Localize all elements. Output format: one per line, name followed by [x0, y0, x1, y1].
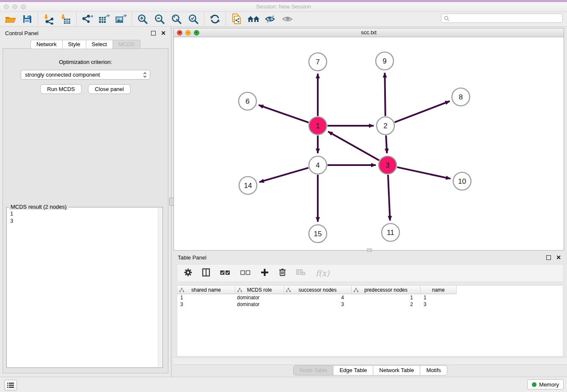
graph-node-label-7: 7: [316, 58, 319, 66]
zoom-out-icon: [154, 14, 165, 25]
table-tabbar: Node Table Edge Table Network Table Moti…: [173, 365, 567, 376]
export-image-button[interactable]: [113, 12, 129, 26]
refresh-view-button[interactable]: [206, 12, 223, 26]
tab-network[interactable]: Network: [30, 40, 63, 49]
add-row-button[interactable]: [261, 268, 269, 278]
table-row[interactable]: 3 dominator 3 2 3: [177, 301, 563, 308]
column-label: shared name: [191, 287, 221, 293]
tab-select[interactable]: Select: [86, 40, 113, 49]
sort-icon: [179, 288, 184, 292]
cell-mcds-role[interactable]: dominator: [235, 294, 284, 301]
open-session-button[interactable]: [2, 12, 19, 26]
function-builder-button[interactable]: f(x): [316, 268, 330, 278]
column-header-successor-nodes[interactable]: successor nodes: [284, 286, 352, 294]
hide-selected-button[interactable]: [262, 12, 279, 26]
mcds-button-row: Run MCDS Close panel: [3, 84, 168, 94]
cell-successor-nodes[interactable]: 4: [284, 294, 352, 301]
task-list-icon: [7, 382, 14, 388]
graph-edge-3-11[interactable]: [388, 175, 390, 221]
graph-edge-2-8[interactable]: [394, 101, 449, 122]
status-bar: Memory: [0, 377, 567, 392]
cell-name[interactable]: 3: [421, 301, 457, 308]
network-minimize-button[interactable]: −: [185, 30, 191, 36]
column-label: predecessor nodes: [364, 287, 407, 293]
graph-node-label-10: 10: [458, 177, 466, 185]
export-table-icon: [98, 14, 110, 25]
show-columns-button[interactable]: [202, 268, 210, 278]
columns-icon: [202, 268, 210, 276]
clone-network-button[interactable]: [228, 12, 245, 26]
canvas-resize-handle[interactable]: [367, 248, 372, 252]
tab-edge-table[interactable]: Edge Table: [333, 365, 373, 375]
close-panel-icon[interactable]: ✕: [161, 30, 166, 36]
network-canvas[interactable]: 7968124314101511: [173, 37, 564, 251]
zoom-in-icon: [137, 14, 148, 25]
column-header-shared-name[interactable]: shared name: [177, 286, 235, 294]
graph-edge-3-1[interactable]: [328, 132, 379, 160]
control-panel: Control Panel ✕ Network Style Select MCD…: [0, 27, 171, 377]
network-maximize-button[interactable]: +: [194, 30, 199, 36]
network-close-button[interactable]: ✕: [177, 30, 182, 36]
search-field[interactable]: [441, 14, 563, 23]
graph-edge-4-14[interactable]: [259, 168, 308, 182]
save-disk-icon: [22, 14, 32, 24]
main-toolbar: [0, 12, 567, 27]
network-window-titlebar[interactable]: ✕ − + scc.txt: [173, 28, 564, 37]
network-window-traffic-lights: ✕ − +: [177, 30, 199, 36]
cell-predecessor-nodes[interactable]: 1: [352, 294, 421, 301]
minimize-window-button[interactable]: [12, 4, 17, 9]
float-table-panel-icon[interactable]: [546, 255, 551, 260]
select-all-button[interactable]: [220, 269, 230, 277]
import-table-button[interactable]: [57, 12, 74, 26]
task-history-button[interactable]: [4, 380, 17, 391]
graph-edge-2-9[interactable]: [385, 73, 385, 116]
float-panel-icon[interactable]: [151, 31, 156, 36]
tab-node-table[interactable]: Node Table: [293, 365, 334, 375]
close-table-panel-icon[interactable]: ✕: [556, 254, 561, 260]
tab-style[interactable]: Style: [62, 40, 86, 49]
export-table-button[interactable]: [96, 12, 113, 26]
deselect-all-button[interactable]: [240, 269, 250, 277]
column-header-name[interactable]: name: [421, 286, 457, 294]
column-label: successor nodes: [298, 287, 336, 293]
delete-table-button[interactable]: [296, 269, 306, 277]
cell-name[interactable]: 1: [421, 294, 457, 301]
close-panel-button[interactable]: Close panel: [88, 84, 131, 94]
zoom-in-button[interactable]: [134, 12, 151, 26]
cell-mcds-role[interactable]: dominator: [235, 301, 284, 308]
tab-network-table[interactable]: Network Table: [373, 365, 420, 375]
tab-motifs[interactable]: Motifs: [420, 365, 447, 375]
graph-edge-1-6[interactable]: [259, 105, 308, 122]
graph-edge-3-10[interactable]: [397, 167, 450, 179]
memory-button[interactable]: Memory: [527, 379, 564, 389]
table-row[interactable]: 1 dominator 4 1 1: [177, 294, 563, 301]
cell-successor-nodes[interactable]: 3: [284, 301, 352, 308]
graph-edge-2-3[interactable]: [386, 135, 387, 153]
zoom-out-button[interactable]: [151, 12, 168, 26]
mcds-panel: Optimization criterion: strongly connect…: [3, 48, 168, 373]
result-scrollbar[interactable]: [158, 208, 162, 367]
show-all-button[interactable]: [279, 12, 296, 26]
mcds-result-text[interactable]: 1 3: [7, 207, 162, 227]
table-horizontal-scrollbar[interactable]: [173, 357, 567, 365]
zoom-fit-button[interactable]: [168, 12, 185, 26]
import-network-button[interactable]: [40, 12, 57, 26]
column-header-mcds-role[interactable]: MCDS role: [235, 286, 284, 294]
cell-predecessor-nodes[interactable]: 2: [352, 301, 421, 308]
cell-shared-name[interactable]: 3: [177, 301, 235, 308]
cell-shared-name[interactable]: 1: [177, 294, 235, 301]
first-neighbors-button[interactable]: [245, 12, 262, 26]
table-settings-button[interactable]: [184, 268, 192, 278]
save-session-button[interactable]: [19, 12, 36, 26]
zoom-window-button[interactable]: [21, 4, 26, 9]
close-window-button[interactable]: [4, 4, 9, 9]
run-mcds-button[interactable]: Run MCDS: [40, 84, 82, 94]
column-header-predecessor-nodes[interactable]: predecessor nodes: [352, 286, 421, 294]
column-label: name: [432, 287, 445, 293]
delete-row-button[interactable]: [279, 268, 286, 278]
zoom-selected-button[interactable]: [185, 12, 202, 26]
criterion-dropdown[interactable]: strongly connected component: [21, 70, 150, 80]
export-network-button[interactable]: [79, 12, 96, 26]
search-input[interactable]: [451, 15, 560, 22]
tab-mcds[interactable]: MCDS: [113, 40, 140, 49]
